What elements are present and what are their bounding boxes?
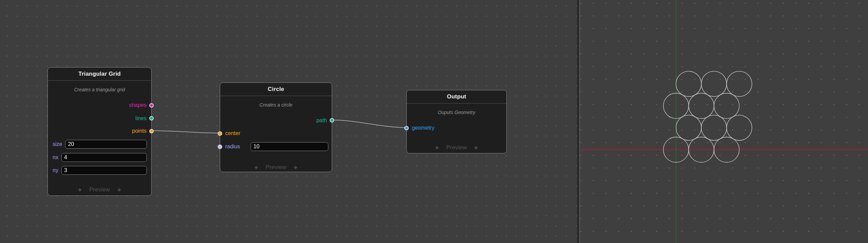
preview-label: Preview: [266, 164, 286, 171]
panel-divider[interactable]: [577, 0, 580, 243]
port-label-points: points: [132, 128, 147, 134]
port-dot-geometry-input[interactable]: [404, 126, 409, 130]
preview-toggle[interactable]: Preview: [407, 143, 506, 152]
node-triangular-grid[interactable]: Triangular Grid Creates a triangular gri…: [47, 67, 152, 196]
app-window: Triangular Grid Creates a triangular gri…: [0, 0, 868, 243]
port-label-lines: lines: [135, 115, 147, 122]
preview-toggle[interactable]: Preview: [220, 163, 332, 172]
param-label-nx: nx: [53, 154, 58, 161]
port-dot-radius-input[interactable]: [218, 145, 222, 149]
preview-collapse-icon: [294, 166, 297, 169]
node-header[interactable]: Triangular Grid: [48, 68, 151, 81]
port-dot-shapes-output[interactable]: [149, 103, 154, 108]
param-label-size: size: [53, 141, 62, 147]
port-dot-lines-output[interactable]: [149, 116, 154, 120]
node-title: Output: [447, 93, 466, 100]
param-row-size: size: [53, 140, 147, 149]
param-input-ny[interactable]: [61, 166, 147, 175]
port-dot-path-output[interactable]: [330, 118, 334, 123]
preview-collapse-icon: [255, 166, 258, 169]
preview-toggle[interactable]: Preview: [48, 185, 151, 194]
port-label-center: center: [225, 130, 240, 137]
node-title: Triangular Grid: [78, 71, 121, 77]
param-label-ny: ny: [53, 167, 58, 173]
port-dot-points-output[interactable]: [149, 129, 154, 133]
param-row-nx: nx: [53, 153, 147, 162]
preview-label: Preview: [446, 144, 467, 151]
param-input-radius[interactable]: [251, 142, 328, 151]
port-label-shapes: shapes: [129, 102, 147, 109]
param-input-size[interactable]: [65, 140, 147, 149]
preview-collapse-icon: [78, 188, 82, 191]
node-description: Ouputs Geometry: [407, 110, 506, 115]
node-output[interactable]: Output Ouputs Geometry geometry Preview: [406, 90, 507, 153]
param-row-ny: ny: [53, 166, 147, 175]
preview-collapse-icon: [435, 146, 439, 149]
node-circle[interactable]: Circle Creates a circle path center radi…: [220, 82, 332, 172]
port-label-geometry: geometry: [412, 125, 435, 131]
port-label-radius: radius: [225, 143, 240, 150]
node-description: Creates a triangular grid: [48, 87, 151, 92]
preview-label: Preview: [89, 186, 110, 193]
node-description: Creates a circle: [220, 102, 332, 108]
param-input-nx[interactable]: [61, 153, 147, 162]
preview-collapse-icon: [117, 188, 121, 191]
node-header[interactable]: Circle: [220, 83, 332, 96]
node-title: Circle: [268, 86, 284, 93]
node-header[interactable]: Output: [407, 90, 506, 104]
port-label-path: path: [316, 117, 327, 124]
preview-collapse-icon: [475, 146, 478, 149]
geometry-viewport-canvas[interactable]: [580, 0, 868, 243]
port-dot-center-input[interactable]: [218, 131, 222, 136]
